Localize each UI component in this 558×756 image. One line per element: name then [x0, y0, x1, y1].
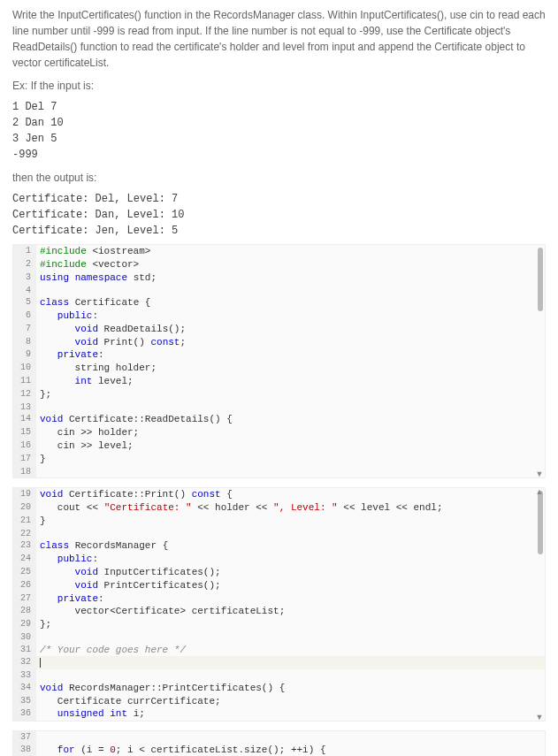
line-number: 33	[13, 669, 36, 682]
line-content: void Certificate::ReadDetails() {	[36, 413, 545, 426]
code-line: 18	[13, 466, 545, 478]
line-content	[36, 285, 545, 297]
line-number: 23	[13, 539, 36, 553]
line-number: 11	[13, 375, 36, 388]
line-number: 8	[13, 336, 36, 349]
scroll-down-icon[interactable]: ▼	[535, 470, 544, 478]
scrollbar-track[interactable]	[538, 248, 543, 475]
code-line: 11 int level;	[13, 375, 545, 388]
code-line: 6 public:	[13, 309, 545, 323]
line-number: 3	[13, 271, 36, 285]
line-content: void InputCertificates();	[36, 566, 545, 579]
line-content: void PrintCertificates();	[36, 579, 545, 592]
line-number: 31	[13, 644, 36, 657]
code-line: 13	[13, 401, 545, 414]
code-line: 26 void PrintCertificates();	[13, 579, 545, 592]
code-line: 23class RecordsManager {	[13, 539, 545, 553]
scroll-up-icon[interactable]: ▲	[535, 487, 544, 496]
line-number: 36	[13, 707, 36, 721]
line-content: };	[36, 388, 545, 401]
text-cursor	[40, 658, 41, 668]
input-example-block: 1 Del 7 2 Dan 10 3 Jen 5 -999	[12, 99, 546, 163]
code-line: 3using namespace std;	[13, 271, 545, 285]
line-number: 1	[13, 245, 36, 258]
code-line: 20 cout << "Certificate: " << holder << …	[13, 501, 545, 515]
code-block-0: 1#include <iostream>2#include <vector>3u…	[12, 244, 546, 478]
code-line: 28 vector<Certificate> certificateList;	[13, 605, 545, 618]
code-line: 15 cin >> holder;	[13, 426, 545, 439]
scrollbar-thumb[interactable]	[538, 491, 543, 554]
line-number: 14	[13, 413, 36, 426]
line-content: };	[36, 618, 545, 631]
code-line: 14void Certificate::ReadDetails() {	[13, 413, 545, 426]
line-number: 2	[13, 258, 36, 271]
line-number: 27	[13, 592, 36, 606]
line-number: 10	[13, 362, 36, 375]
code-area: 1#include <iostream>2#include <vector>3u…	[12, 244, 546, 756]
line-content: public:	[36, 553, 545, 566]
line-number: 28	[13, 605, 36, 618]
line-number: 17	[13, 453, 36, 466]
code-line: 1#include <iostream>	[13, 245, 545, 258]
line-content: void Print() const;	[36, 336, 545, 349]
line-content: void RecordsManager::PrintCertificates()…	[36, 682, 545, 695]
code-line: 7 void ReadDetails();	[13, 323, 545, 336]
line-content: void Certificate::Print() const {	[36, 488, 545, 501]
code-line: 27 private:	[13, 592, 545, 606]
line-number: 16	[13, 439, 36, 453]
code-line: 31/* Your code goes here */	[13, 644, 545, 657]
line-content	[36, 528, 545, 540]
line-number: 15	[13, 426, 36, 439]
code-line: 8 void Print() const;	[13, 336, 545, 349]
line-number: 4	[13, 285, 36, 297]
line-content: using namespace std;	[36, 271, 545, 285]
line-number: 21	[13, 515, 36, 528]
line-content: class RecordsManager {	[36, 539, 545, 553]
line-number: 5	[13, 296, 36, 309]
code-line: 38 for (i = 0; i < certificateList.size(…	[13, 744, 545, 756]
code-line: 21}	[13, 515, 545, 528]
line-content: cin >> holder;	[36, 426, 545, 439]
line-content: string holder;	[36, 362, 545, 375]
line-number: 7	[13, 323, 36, 336]
code-line: 30	[13, 631, 545, 644]
line-content: cin >> level;	[36, 439, 545, 453]
line-number: 24	[13, 553, 36, 566]
line-content: #include <iostream>	[36, 245, 545, 258]
scrollbar-thumb[interactable]	[538, 248, 543, 311]
line-content: }	[36, 515, 545, 528]
line-content	[36, 669, 545, 682]
line-content: vector<Certificate> certificateList;	[36, 605, 545, 618]
code-line: 16 cin >> level;	[13, 439, 545, 453]
line-number: 25	[13, 566, 36, 579]
code-line: 32	[13, 656, 545, 669]
line-number: 26	[13, 579, 36, 592]
line-number: 18	[13, 466, 36, 478]
line-content	[36, 466, 545, 478]
line-number: 13	[13, 401, 36, 414]
code-block-2: 3738 for (i = 0; i < certificateList.siz…	[12, 730, 546, 756]
line-content	[36, 656, 545, 669]
line-number: 22	[13, 528, 36, 540]
output-label: then the output is:	[12, 172, 546, 184]
line-number: 35	[13, 695, 36, 708]
line-number: 34	[13, 682, 36, 695]
line-content: }	[36, 453, 545, 466]
line-content: /* Your code goes here */	[36, 644, 545, 657]
line-number: 32	[13, 656, 36, 669]
output-example-block: Certificate: Del, Level: 7 Certificate: …	[12, 191, 546, 239]
line-content: class Certificate {	[36, 296, 545, 309]
scrollbar-track[interactable]	[538, 491, 543, 718]
code-block-1[interactable]: 19void Certificate::Print() const {20 co…	[12, 487, 546, 722]
line-number: 9	[13, 348, 36, 362]
code-line: 2#include <vector>	[13, 258, 545, 271]
line-content: int level;	[36, 375, 545, 388]
line-content: Certificate currCertificate;	[36, 695, 545, 708]
code-line: 4	[13, 285, 545, 297]
code-line: 10 string holder;	[13, 362, 545, 375]
line-content: void ReadDetails();	[36, 323, 545, 336]
line-content	[36, 401, 545, 414]
line-number: 38	[13, 744, 36, 756]
scroll-down-icon[interactable]: ▼	[535, 713, 544, 722]
line-number: 37	[13, 731, 36, 744]
